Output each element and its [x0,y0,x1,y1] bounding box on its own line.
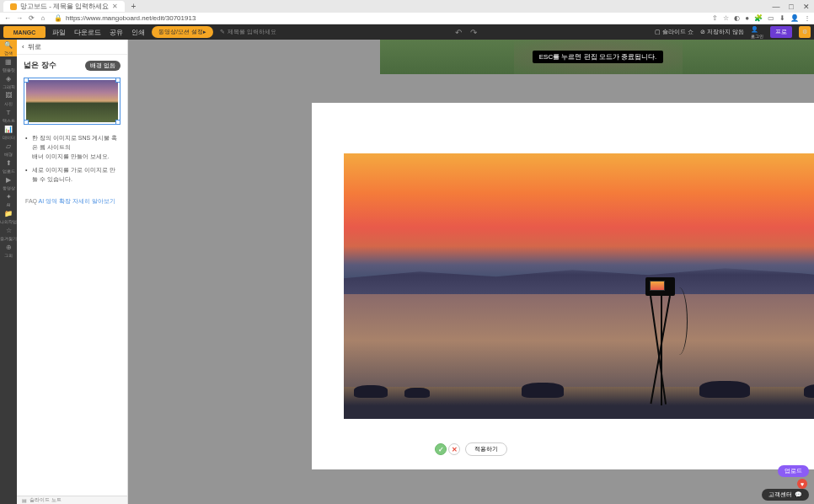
rail-text[interactable]: T텍스트 [0,107,17,124]
thumbnail-image [26,80,118,122]
home-icon[interactable]: ⌂ [39,14,47,22]
canvas-page-top: ESC를 누르면 편집 모드가 종료됩니다. [380,40,814,74]
text-icon: T [4,109,13,117]
graphic-icon: ◈ [4,75,13,83]
rail-data[interactable]: 📊데이터 [0,124,17,141]
close-icon[interactable]: ✕ [802,3,811,11]
title-input[interactable]: ✎ 제목을 입력하세요 [220,28,276,36]
rail-search[interactable]: 🔍검색 [0,40,17,56]
browser-tab[interactable]: 망고보드 - 제목을 입력하세요 ✕ [3,1,125,12]
url-input[interactable]: 🔒 https://www.mangoboard.net/edit/307019… [51,14,709,22]
desc-item: 세로 이미지를 가로 이미지로 만들 수 있습니다. [25,165,119,184]
chevron-left-icon: ‹ [22,43,24,51]
menu-icon[interactable]: ⋮ [804,14,811,22]
main-image[interactable] [344,153,815,419]
template-icon: ▦ [4,58,13,67]
login-icon[interactable]: 👤로그인 [751,26,763,39]
lock-icon: 🔒 [54,14,62,22]
pro-button[interactable]: 프로 [770,26,792,38]
puzzle-icon[interactable]: 🧩 [754,14,763,22]
pencil-icon: ✎ [220,29,225,35]
side-panel: ‹ 뒤로 넓은 장수 배경 없음 한 장의 이미지로 SNS 게시물 혹은 웹 … [17,40,128,504]
faq-label: FAQ [25,198,37,204]
selection-handle[interactable] [24,120,29,125]
url-text: https://www.mangoboard.net/edit/30701913 [66,14,195,22]
menu-share[interactable]: 공유 [110,28,123,37]
profile-icon[interactable]: 👤 [790,14,799,22]
rail-favorites[interactable]: ☆즐겨찾기 [0,225,17,242]
rail-more[interactable]: ⊕그외 [0,242,17,259]
star-icon[interactable]: ☆ [723,14,729,22]
redo-icon[interactable]: ↷ [470,28,477,37]
rail-ai[interactable]: ✦AI [0,191,17,208]
reload-icon[interactable]: ⟳ [27,14,35,22]
menu-print[interactable]: 인쇄 [131,28,145,37]
tab-favicon [10,3,17,10]
window-controls: — □ ✕ [772,3,811,11]
thumbnail-selected[interactable] [24,78,120,125]
cancel-button[interactable]: ✕ [448,443,460,455]
faq-link[interactable]: FAQ AI 영역 확장 자세히 알아보기 [17,194,127,209]
more-icon: ⊕ [4,244,13,252]
float-support-button[interactable]: 고객센터 💬 [762,489,809,501]
save-status[interactable]: ⊘ 저장하지 않음 [700,28,744,36]
selection-handle[interactable] [24,78,29,83]
float-upload-button[interactable]: 업로드 [778,465,809,477]
ext-icon[interactable]: ◐ [734,14,740,22]
logo[interactable]: MANGC [3,26,46,38]
selection-handle[interactable] [115,78,120,83]
maximize-icon[interactable]: □ [787,3,795,11]
rail-photo[interactable]: 🖼사진 [0,90,17,107]
bottom-bar: ▤ 슬라이드 노트 [17,496,127,504]
slide-note-toggle[interactable]: ▤ 슬라이드 노트 [22,496,62,504]
video-icon: ▶ [4,176,13,185]
menu-file[interactable]: 파일 [52,28,66,37]
search-icon: 🔍 [4,41,13,50]
back-icon[interactable]: ← [3,14,12,22]
download-icon[interactable]: ⬇ [779,14,785,22]
forward-icon[interactable]: → [15,14,24,22]
settings-icon[interactable]: ⚙ [799,26,811,38]
panel-badge[interactable]: 배경 없음 [85,61,120,71]
rail-upload[interactable]: ⬆업로드 [0,158,17,174]
title-placeholder: 제목을 입력하세요 [228,28,276,36]
ext2-icon[interactable]: ● [745,14,749,22]
rail-graphic[interactable]: ◈그래픽 [0,73,17,90]
icon-rail: 🔍검색 ▦템플릿 ◈그래픽 🖼사진 T텍스트 📊데이터 ▱배경 ⬆업로드 ▶동영… [0,40,17,504]
rail-template[interactable]: ▦템플릿 [0,56,17,73]
slideshow-button[interactable]: ▢ 슬라이드 쇼 [655,28,694,36]
faq-link-text: AI 영역 확장 자세히 알아보기 [39,198,115,204]
ai-icon: ✦ [4,193,13,201]
data-icon: 📊 [4,126,13,134]
share-icon[interactable]: ⇪ [712,14,718,22]
confirm-button[interactable]: ✓ [435,443,447,455]
note-icon: ▤ [22,497,27,503]
selection-handle[interactable] [115,120,120,125]
back-label: 뒤로 [28,42,41,51]
camera-silhouette [629,237,688,405]
background-icon: ▱ [4,142,13,151]
browser-tab-bar: 망고보드 - 제목을 입력하세요 ✕ + — □ ✕ [0,0,814,13]
minimize-icon[interactable]: — [772,3,780,11]
panel-back[interactable]: ‹ 뒤로 [17,40,127,55]
rail-mywork[interactable]: 📁나의작업 [0,208,17,225]
apply-button[interactable]: 적용하기 [465,442,507,456]
canvas-area[interactable]: ESC를 누르면 편집 모드가 종료됩니다. [128,40,814,504]
menu-download[interactable]: 다운로드 [74,28,101,37]
rail-video[interactable]: ▶동영상 [0,174,17,191]
esc-tooltip: ESC를 누르면 편집 모드가 종료됩니다. [533,51,664,63]
action-bar: ✓ ✕ 적용하기 [435,442,507,456]
desc-item: 한 장의 이미지로 SNS 게시물 혹은 웹 사이트의배너 이미지를 만들어 보… [25,133,119,162]
folder-icon: 📁 [4,210,13,218]
bookmark-icon[interactable]: ▭ [768,14,774,22]
description-list: 한 장의 이미지로 SNS 게시물 혹은 웹 사이트의배너 이미지를 만들어 보… [17,126,127,194]
float-heart-button[interactable]: ♥ [797,479,807,489]
upload-icon: ⬆ [4,159,13,168]
undo-icon[interactable]: ↶ [455,28,462,37]
tab-close-icon[interactable]: ✕ [112,3,118,10]
rail-background[interactable]: ▱배경 [0,141,17,158]
new-tab-button[interactable]: + [128,2,138,12]
canvas-page-main[interactable] [312,103,814,469]
warning-button[interactable]: 동영상/모션 설정▸ [152,26,213,38]
star-icon: ☆ [4,227,13,235]
